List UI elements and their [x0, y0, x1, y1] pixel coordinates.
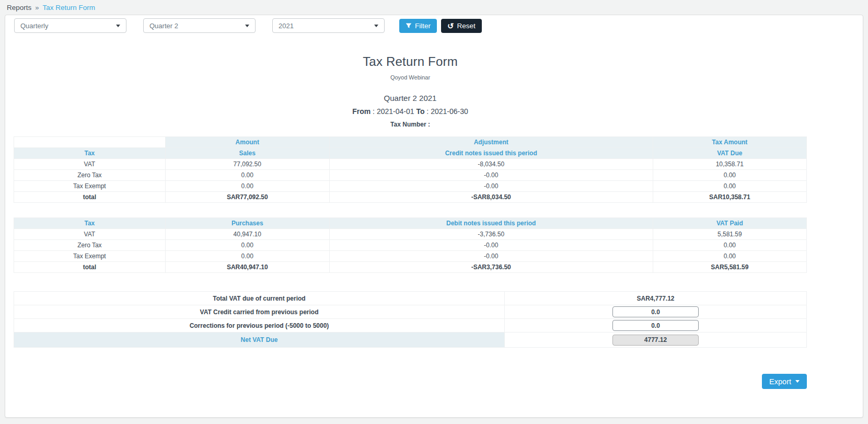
table-row: Zero Tax 0.00 -0.00 0.00: [14, 170, 807, 181]
total-vat-due-label: Total VAT due of current period: [14, 292, 505, 305]
net-vat-due-input: [612, 335, 699, 346]
export-button[interactable]: Export: [762, 374, 807, 389]
empty-group-header-cell: [14, 137, 166, 148]
vat-credit-row: VAT Credit carried from previous period: [14, 305, 807, 319]
breadcrumb: Reports » Tax Return Form: [0, 0, 868, 15]
credit-notes-column-header: Credit notes issued this period: [329, 148, 653, 159]
filter-toolbar: Quarterly Quarter 2 2021 Filter ↺ Reset: [14, 18, 854, 33]
total-label-cell: total: [14, 192, 166, 203]
debit-notes-column-header: Debit notes issued this period: [329, 218, 653, 229]
tax-number-label: Tax Number :: [14, 121, 807, 128]
report-card: Quarterly Quarter 2 2021 Filter ↺ Reset …: [5, 15, 863, 418]
sales-column-header: Sales: [165, 148, 329, 159]
table-row: VAT 77,092.50 -8,034.50 10,358.71: [14, 159, 807, 170]
purchases-column-header-row: Tax Purchases Debit notes issued this pe…: [14, 218, 807, 229]
purchases-amount-cell: 0.00: [165, 240, 329, 251]
period-type-select[interactable]: Quarterly: [14, 18, 126, 33]
tax-column-header: Tax: [14, 148, 166, 159]
date-range: From : 2021-04-01 To : 2021-06-30: [14, 107, 807, 116]
vat-due-column-header: VAT Due: [653, 148, 806, 159]
report-header: Tax Return Form Qoyod Webinar Quarter 2 …: [14, 54, 807, 128]
corrections-row: Corrections for previous period (-5000 t…: [14, 319, 807, 333]
vat-summary-table: Total VAT due of current period SAR4,777…: [14, 291, 807, 348]
chevron-down-icon: [795, 380, 800, 383]
breadcrumb-reports-link[interactable]: Reports: [7, 4, 31, 12]
to-label: To: [416, 107, 424, 116]
tax-column-header: Tax: [14, 218, 166, 229]
table-row: Tax Exempt 0.00 -0.00 0.00: [14, 251, 807, 262]
purchases-column-header: Purchases: [165, 218, 329, 229]
year-select[interactable]: 2021: [272, 18, 385, 33]
sales-amount-cell: 77,092.50: [165, 159, 329, 170]
from-label: From: [352, 107, 371, 116]
filter-button-label: Filter: [415, 22, 431, 30]
export-button-label: Export: [769, 377, 791, 386]
corrections-label: Corrections for previous period (-5000 t…: [14, 319, 505, 333]
vat-due-cell: 0.00: [653, 181, 806, 192]
adjustment-cell: -0.00: [329, 240, 653, 251]
tax-name-cell: Zero Tax: [14, 170, 166, 181]
company-name: Qoyod Webinar: [14, 74, 807, 81]
year-value: 2021: [279, 22, 294, 30]
total-adjustment-cell: -SAR8,034.50: [329, 192, 653, 203]
quarter-value: Quarter 2: [149, 22, 178, 30]
tax-amount-group-header: Tax Amount: [653, 137, 806, 148]
total-vat-paid-cell: SAR5,581.59: [653, 262, 806, 273]
adjustment-cell: -0.00: [329, 181, 653, 192]
sales-group-header-row: Amount Adjustment Tax Amount: [14, 137, 807, 148]
page-title: Tax Return Form: [14, 54, 807, 69]
table-row: VAT 40,947.10 -3,736.50 5,581.59: [14, 229, 807, 240]
net-vat-due-label: Net VAT Due: [14, 333, 505, 348]
adjustment-cell: -8,034.50: [329, 159, 653, 170]
vat-credit-label: VAT Credit carried from previous period: [14, 305, 505, 319]
chevron-down-icon: [374, 25, 378, 27]
chevron-down-icon: [245, 25, 249, 27]
tax-name-cell: Tax Exempt: [14, 251, 166, 262]
sales-amount-cell: 0.00: [165, 170, 329, 181]
sales-amount-cell: 0.00: [165, 181, 329, 192]
total-vat-due-value: SAR4,777.12: [505, 292, 807, 305]
quarter-select[interactable]: Quarter 2: [143, 18, 256, 33]
adjustment-cell: -0.00: [329, 170, 653, 181]
breadcrumb-current-page-link[interactable]: Tax Return Form: [43, 4, 96, 12]
total-purchases-cell: SAR40,947.10: [165, 262, 329, 273]
reset-icon: ↺: [447, 22, 454, 30]
breadcrumb-separator: »: [35, 4, 39, 12]
reset-button-label: Reset: [457, 22, 476, 30]
purchases-amount-cell: 0.00: [165, 251, 329, 262]
net-vat-due-row: Net VAT Due: [14, 333, 807, 348]
total-sales-cell: SAR77,092.50: [165, 192, 329, 203]
amount-group-header: Amount: [165, 137, 329, 148]
vat-paid-cell: 0.00: [653, 251, 806, 262]
table-row: Zero Tax 0.00 -0.00 0.00: [14, 240, 807, 251]
reset-button[interactable]: ↺ Reset: [441, 19, 482, 33]
vat-due-cell: 10,358.71: [653, 159, 806, 170]
filter-button[interactable]: Filter: [399, 19, 437, 33]
tax-name-cell: Tax Exempt: [14, 181, 166, 192]
total-vat-due-row: Total VAT due of current period SAR4,777…: [14, 292, 807, 305]
export-toolbar: Export: [14, 374, 807, 389]
sales-table: Amount Adjustment Tax Amount Tax Sales C…: [14, 136, 807, 203]
adjustment-group-header: Adjustment: [329, 137, 653, 148]
purchases-table: Tax Purchases Debit notes issued this pe…: [14, 217, 807, 273]
vat-credit-input[interactable]: [612, 306, 699, 317]
vat-due-cell: 0.00: [653, 170, 806, 181]
sales-total-row: total SAR77,092.50 -SAR8,034.50 SAR10,35…: [14, 192, 807, 203]
purchases-amount-cell: 40,947.10: [165, 229, 329, 240]
vat-paid-cell: 0.00: [653, 240, 806, 251]
vat-paid-cell: 5,581.59: [653, 229, 806, 240]
tax-name-cell: VAT: [14, 229, 166, 240]
total-label-cell: total: [14, 262, 166, 273]
corrections-input[interactable]: [612, 320, 699, 331]
filter-buttons: Filter ↺ Reset: [399, 19, 482, 33]
vat-paid-column-header: VAT Paid: [653, 218, 806, 229]
report-period: Quarter 2 2021: [14, 94, 807, 102]
adjustment-cell: -0.00: [329, 251, 653, 262]
funnel-icon: [406, 22, 412, 29]
purchases-total-row: total SAR40,947.10 -SAR3,736.50 SAR5,581…: [14, 262, 807, 273]
chevron-down-icon: [116, 25, 120, 27]
period-type-value: Quarterly: [20, 22, 48, 30]
table-row: Tax Exempt 0.00 -0.00 0.00: [14, 181, 807, 192]
tax-name-cell: Zero Tax: [14, 240, 166, 251]
total-adjustment-cell: -SAR3,736.50: [329, 262, 653, 273]
